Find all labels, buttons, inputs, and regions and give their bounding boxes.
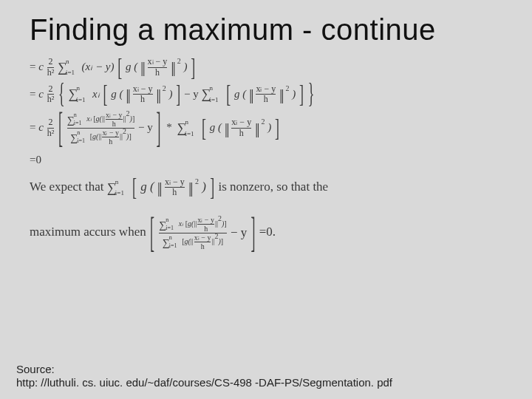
left-bracket-icon: [ (58, 96, 63, 160)
source-footer: Source: http: //luthuli. cs. uiuc. edu/~… (16, 363, 392, 391)
equals-lead: = (30, 87, 38, 99)
squared: 2 (163, 84, 166, 92)
sum-lo: i=1 (76, 95, 85, 106)
inner-num: xᵢ − y (133, 84, 153, 95)
left-bracket-icon: [ (226, 75, 231, 113)
g-open: g ( (210, 121, 222, 133)
inner-num: xᵢ − y (194, 233, 211, 242)
frac-2-over-h2: 2 h² (47, 117, 55, 139)
sum-hi: n (77, 130, 80, 137)
norm-bars-icon: || (279, 86, 283, 103)
norm-bars-icon: || (255, 120, 259, 137)
sum-hi: n (169, 235, 172, 242)
squared: 2 (218, 214, 222, 222)
equals-zero: =0 (30, 154, 41, 166)
xi: xᵢ (92, 87, 100, 99)
right-bracket-icon: ] (210, 168, 214, 206)
norm-bars-icon: || (157, 180, 161, 196)
text-max-line: maximum accurs when [ ∑i=1n xᵢ [g(||xᵢ −… (30, 216, 502, 250)
norm-bars-icon: || (194, 219, 197, 228)
minus-y: − y (138, 121, 153, 133)
inner-den: h (102, 137, 119, 146)
right-bracket-icon: ] (299, 75, 304, 113)
g-close: ) (292, 87, 296, 99)
inner-den: h (194, 242, 211, 250)
sum-icon: ∑i=1n (70, 131, 78, 144)
norm-bars-icon: || (140, 59, 144, 75)
sum-lo: i=1 (77, 138, 85, 145)
norm-block: || xᵢ − y h || 2 (157, 177, 199, 199)
equation-line-4: =0 (30, 151, 502, 168)
sum-icon: ∑i=1n (202, 84, 211, 104)
inner-den: h (106, 119, 123, 128)
source-label: Source: (16, 363, 392, 377)
right-bracket-icon: ] (191, 49, 195, 86)
g-open: g ( (111, 87, 123, 99)
g-open: g ( (234, 87, 246, 99)
equation-line-1: = c 2 h² ∑i=1n (xᵢ − y) [ g ( || xᵢ − y … (30, 57, 502, 78)
sum-wrap: ∑i=1n (177, 118, 198, 138)
big-frac-den: ∑i=1n [g(||xᵢ − yh||2)] (159, 233, 226, 250)
frac-den: h² (47, 94, 55, 105)
sum-hi: n (76, 83, 80, 94)
minus-y: − y (184, 87, 201, 99)
inner-num: xᵢ − y (102, 129, 119, 137)
squared: 2 (286, 84, 290, 92)
norm-bars-icon: || (249, 86, 253, 103)
page-title: Finding a maximum - continue (30, 13, 502, 47)
minus-y: − y (231, 225, 247, 239)
norm-bars-icon: || (98, 132, 101, 140)
norm-bars-icon: || (102, 115, 105, 123)
squared: 2 (195, 177, 199, 185)
coef-c: c (38, 61, 44, 72)
g-close: ) (183, 61, 187, 72)
right-brace-icon: } (308, 74, 315, 116)
inner-num: xᵢ − y (256, 84, 276, 95)
inner-num: xᵢ − y (165, 177, 185, 188)
norm-bars-icon: || (123, 115, 126, 123)
inner-frac: xᵢ − y h (165, 177, 185, 199)
right-bracket-icon: ] (176, 75, 180, 113)
coef-c: c (38, 121, 44, 133)
norm-block: || xᵢ − y h || 2 (225, 117, 265, 139)
norm-block: || xᵢ − y h || 2 (140, 57, 181, 78)
equals-lead: = (30, 61, 38, 72)
equals-lead: = (30, 121, 38, 133)
sum-hi: n (74, 112, 77, 119)
left-bracket-icon: [ (103, 75, 107, 113)
sum-wrap: ∑i=1n (68, 84, 89, 104)
text-nonzero: is nonzero, so that the (218, 180, 328, 194)
source-url: http: //luthuli. cs. uiuc. edu/~daf/cour… (16, 376, 392, 390)
xi: xᵢ (86, 115, 91, 123)
norm-bars-icon: || (211, 237, 214, 245)
sum-icon: ∑i=1n (107, 178, 117, 198)
sum-lo: i=1 (185, 129, 194, 140)
inner-frac: xᵢ − y h (231, 117, 251, 139)
big-frac-num: ∑i=1n xᵢ [g(||xᵢ − yh||2)] (159, 216, 226, 233)
coef-c: c (38, 87, 44, 99)
sum-hi: n (66, 57, 69, 67)
sum-icon: ∑i=1n (159, 218, 166, 231)
xi: xᵢ (179, 219, 183, 228)
frac-2-over-h2: 2 h² (47, 84, 55, 106)
sum-wrap: ∑i=1n (202, 84, 223, 104)
frac-num: 2 (47, 84, 55, 95)
norm-bars-icon: || (171, 59, 174, 75)
sum-icon: ∑i=1n (163, 236, 170, 249)
sum-hi: n (166, 217, 168, 224)
left-bracket-icon: [ (202, 109, 206, 147)
big-frac-block: [ ∑i=1n xᵢ [g(||xᵢ − yh||2)] ∑i=1n [g(||… (58, 121, 164, 133)
g-open: g ( (140, 180, 154, 194)
norm-bars-icon: || (191, 237, 194, 245)
sum-hi: n (185, 117, 188, 128)
big-frac: ∑i=1n xᵢ [g(||xᵢ − yh||2)] ∑i=1n [g(||xᵢ… (159, 216, 226, 250)
inner-num: xᵢ − y (197, 216, 214, 224)
inner-num: xᵢ − y (148, 57, 168, 67)
slide: Finding a maximum - continue = c 2 h² ∑i… (0, 0, 532, 399)
math-body: = c 2 h² ∑i=1n (xᵢ − y) [ g ( || xᵢ − y … (30, 57, 502, 250)
equation-line-3: = c 2 h² [ ∑i=1n xᵢ [g(||xᵢ − yh||2)] ∑i… (30, 111, 502, 146)
inner-den: h (231, 128, 251, 139)
big-frac-num: ∑i=1n xᵢ [g(||xᵢ − yh||2)] (67, 111, 134, 128)
norm-bars-icon: || (188, 180, 192, 196)
squared: 2 (123, 127, 126, 135)
